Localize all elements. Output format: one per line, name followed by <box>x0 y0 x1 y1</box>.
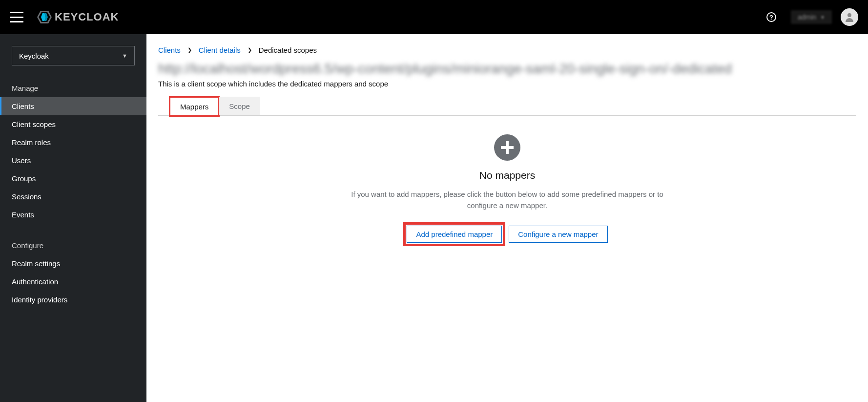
sidebar: Keycloak ▼ Manage Clients Client scopes … <box>0 34 146 402</box>
nav-section-manage: Manage <box>0 79 146 97</box>
brand-text: KEYCLOAK <box>55 11 119 23</box>
tab-mappers[interactable]: Mappers <box>170 97 219 116</box>
breadcrumb-current: Dedicated scopes <box>259 46 317 54</box>
page-title: http://localhost/wordpress6.5/wp-content… <box>158 61 856 77</box>
empty-state-description: If you want to add mappers, please click… <box>351 189 663 211</box>
plus-circle-icon <box>494 134 520 161</box>
user-menu[interactable]: admin ▼ <box>791 10 832 24</box>
user-menu-label: admin <box>798 13 816 21</box>
sidebar-item-groups[interactable]: Groups <box>0 169 146 188</box>
sidebar-item-realm-settings[interactable]: Realm settings <box>0 254 146 273</box>
sidebar-item-events[interactable]: Events <box>0 206 146 224</box>
tabs: Mappers Scope <box>158 97 856 116</box>
breadcrumb-client-details[interactable]: Client details <box>199 46 241 54</box>
nav-section-configure: Configure <box>0 236 146 254</box>
svg-point-4 <box>847 13 851 17</box>
realm-selected-label: Keycloak <box>19 52 49 60</box>
sidebar-item-clients[interactable]: Clients <box>0 97 146 115</box>
sidebar-item-authentication[interactable]: Authentication <box>0 273 146 291</box>
help-icon[interactable]: ? <box>766 12 776 22</box>
breadcrumb: Clients ❯ Client details ❯ Dedicated sco… <box>158 46 856 54</box>
sidebar-item-sessions[interactable]: Sessions <box>0 188 146 206</box>
configure-new-mapper-button[interactable]: Configure a new mapper <box>509 226 607 243</box>
chevron-right-icon: ❯ <box>187 47 192 53</box>
sidebar-item-identity-providers[interactable]: Identity providers <box>0 291 146 309</box>
sidebar-item-client-scopes[interactable]: Client scopes <box>0 115 146 133</box>
empty-state-title: No mappers <box>479 169 535 181</box>
caret-down-icon: ▼ <box>820 15 825 20</box>
tab-scope[interactable]: Scope <box>219 97 260 115</box>
brand-logo[interactable]: KEYCLOAK <box>37 11 119 23</box>
page-subtitle: This is a client scope which includes th… <box>158 80 856 88</box>
realm-selector[interactable]: Keycloak ▼ <box>12 46 135 65</box>
avatar[interactable] <box>841 8 858 26</box>
sidebar-item-realm-roles[interactable]: Realm roles <box>0 133 146 151</box>
main-content: Clients ❯ Client details ❯ Dedicated sco… <box>146 34 868 402</box>
sidebar-item-users[interactable]: Users <box>0 151 146 169</box>
caret-down-icon: ▼ <box>122 53 127 59</box>
empty-state: No mappers If you want to add mappers, p… <box>158 116 856 243</box>
breadcrumb-clients[interactable]: Clients <box>158 46 181 54</box>
top-header: KEYCLOAK ? admin ▼ <box>0 0 868 34</box>
chevron-right-icon: ❯ <box>248 47 252 53</box>
avatar-icon <box>844 11 855 23</box>
hamburger-icon[interactable] <box>10 12 23 22</box>
empty-state-actions: Add predefined mapper Configure a new ma… <box>407 226 607 243</box>
add-predefined-mapper-button[interactable]: Add predefined mapper <box>407 226 502 243</box>
keycloak-logo-icon <box>37 11 52 23</box>
